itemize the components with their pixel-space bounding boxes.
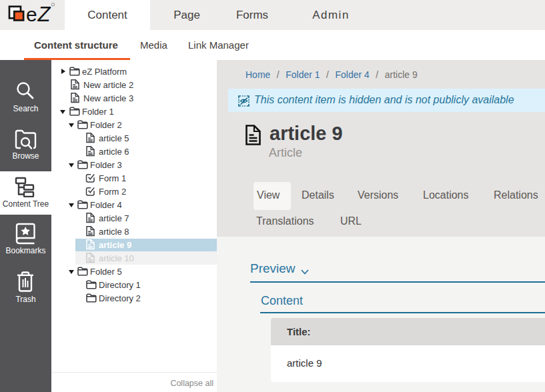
svg-text:e: e (26, 3, 37, 25)
svg-text:Z: Z (37, 3, 51, 26)
